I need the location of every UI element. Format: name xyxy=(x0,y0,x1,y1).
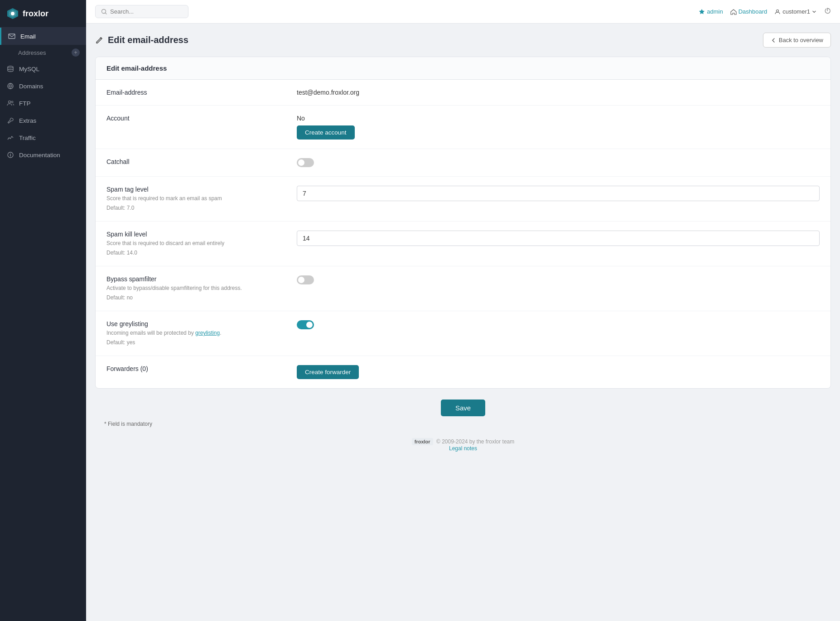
form-value-catchall[interactable] xyxy=(297,158,820,167)
back-button-label: Back to overview xyxy=(779,37,823,43)
sidebar-item-email[interactable]: Email xyxy=(0,28,86,45)
sidebar-item-label: Traffic xyxy=(19,135,36,141)
form-value-email: test@demo.froxlor.org xyxy=(297,89,820,96)
form-value-spam-tag[interactable] xyxy=(297,186,820,201)
form-label-bypass-spam: Bypass spamfilter Activate to bypass/dis… xyxy=(106,275,297,302)
form-value-bypass-spam[interactable] xyxy=(297,275,820,284)
svg-point-6 xyxy=(9,101,11,103)
users-icon xyxy=(6,99,14,107)
page-title-text: Edit email-address xyxy=(108,35,188,45)
dashboard-link[interactable]: Dashboard xyxy=(730,8,768,15)
sidebar-item-documentation[interactable]: Documentation xyxy=(0,146,86,164)
chevron-down-icon xyxy=(812,10,816,14)
form-row-spam-tag: Spam tag level Score that is required to… xyxy=(96,177,830,221)
email-icon xyxy=(8,32,16,40)
wrench-icon xyxy=(6,116,14,125)
pencil-icon xyxy=(95,36,103,44)
save-button[interactable]: Save xyxy=(441,400,485,416)
greylisting-desc-prefix: Incoming emails will be protected by xyxy=(106,330,195,336)
catchall-toggle[interactable] xyxy=(297,158,314,167)
svg-point-10 xyxy=(777,10,779,12)
svg-point-2 xyxy=(11,12,14,15)
sidebar: froxlor Email Addresses + MySQL Domains … xyxy=(0,0,86,621)
save-area: Save * Field is mandatory xyxy=(95,389,831,432)
form-value-greylisting[interactable] xyxy=(297,320,820,329)
sidebar-item-extras[interactable]: Extras xyxy=(0,112,86,129)
sidebar-item-ftp[interactable]: FTP xyxy=(0,95,86,112)
form-value-account: No Create account xyxy=(297,115,820,140)
form-label-forwarders: Forwarders (0) xyxy=(106,365,297,372)
form-value-spam-kill[interactable] xyxy=(297,231,820,246)
form-card-title: Edit email-address xyxy=(106,64,167,72)
sidebar-logo-text: froxlor xyxy=(23,9,48,19)
form-label-greylisting: Use greylisting Incoming emails will be … xyxy=(106,320,297,347)
greylisting-link[interactable]: greylisting xyxy=(195,330,220,336)
form-row-catchall: Catchall xyxy=(96,149,830,177)
add-address-button[interactable]: + xyxy=(72,48,80,57)
form-label-account: Account xyxy=(106,115,297,122)
greylisting-toggle[interactable] xyxy=(297,320,314,329)
sidebar-item-label: Extras xyxy=(19,117,36,124)
house-icon xyxy=(730,9,737,15)
bypass-spamfilter-toggle[interactable] xyxy=(297,275,314,284)
form-row-greylisting: Use greylisting Incoming emails will be … xyxy=(96,311,830,356)
sidebar-item-label: Documentation xyxy=(19,152,60,159)
edit-email-form-card: Edit email-address Email-address test@de… xyxy=(95,57,831,389)
power-icon xyxy=(824,7,831,14)
page-header: Edit email-address Back to overview xyxy=(95,33,831,48)
sidebar-item-label: FTP xyxy=(19,100,31,107)
froxlor-logo-icon xyxy=(6,7,19,20)
form-row-email: Email-address test@demo.froxlor.org xyxy=(96,80,830,106)
form-label-spam-tag: Spam tag level Score that is required to… xyxy=(106,186,297,212)
db-icon xyxy=(6,65,14,73)
topbar-right: admin Dashboard customer1 xyxy=(699,7,831,16)
sidebar-item-mysql[interactable]: MySQL xyxy=(0,60,86,77)
sidebar-item-label: Email xyxy=(20,33,36,40)
form-card-header: Edit email-address xyxy=(96,57,830,80)
addresses-label: Addresses xyxy=(18,49,46,56)
admin-link[interactable]: admin xyxy=(699,8,723,15)
content-area: Edit email-address Back to overview Edit… xyxy=(86,24,840,621)
footer: froxlor © 2009-2024 by the froxlor team … xyxy=(95,432,831,458)
spam-tag-level-input[interactable] xyxy=(297,186,820,201)
admin-label: admin xyxy=(707,8,723,15)
main-content: admin Dashboard customer1 xyxy=(86,0,840,621)
search-icon xyxy=(101,9,107,15)
search-input[interactable] xyxy=(110,8,183,15)
svg-rect-3 xyxy=(9,34,15,39)
svg-point-7 xyxy=(11,101,13,103)
user-icon xyxy=(774,9,781,15)
form-row-account: Account No Create account xyxy=(96,106,830,149)
form-label-spam-kill: Spam kill level Score that is required t… xyxy=(106,231,297,257)
sidebar-item-label: MySQL xyxy=(19,66,39,72)
mandatory-note: * Field is mandatory xyxy=(104,421,152,427)
create-forwarder-button[interactable]: Create forwarder xyxy=(297,365,359,379)
greylisting-slider xyxy=(297,320,314,329)
spam-kill-level-input[interactable] xyxy=(297,231,820,246)
sidebar-subitem-addresses[interactable]: Addresses + xyxy=(0,45,86,60)
form-row-spam-kill: Spam kill level Score that is required t… xyxy=(96,221,830,266)
sidebar-item-domains[interactable]: Domains xyxy=(0,77,86,95)
sidebar-logo: froxlor xyxy=(0,0,86,28)
footer-legal: Legal notes xyxy=(101,445,825,452)
user-menu[interactable]: customer1 xyxy=(774,8,816,15)
greylisting-desc-suffix: . xyxy=(220,330,221,336)
legal-notes-link[interactable]: Legal notes xyxy=(449,445,477,452)
sidebar-item-label: Domains xyxy=(19,83,43,90)
form-label-catchall: Catchall xyxy=(106,158,297,165)
form-row-forwarders: Forwarders (0) Create forwarder xyxy=(96,356,830,388)
svg-point-4 xyxy=(8,66,13,68)
chart-icon xyxy=(6,134,14,142)
search-box[interactable] xyxy=(95,5,188,18)
page-title: Edit email-address xyxy=(95,35,188,45)
sidebar-item-traffic[interactable]: Traffic xyxy=(0,129,86,146)
power-button[interactable] xyxy=(824,7,831,16)
admin-icon xyxy=(699,9,705,15)
topbar: admin Dashboard customer1 xyxy=(86,0,840,24)
form-value-forwarders[interactable]: Create forwarder xyxy=(297,365,820,379)
create-account-button[interactable]: Create account xyxy=(297,125,355,140)
topbar-left xyxy=(95,5,188,18)
catchall-slider xyxy=(297,158,314,167)
form-label-email: Email-address xyxy=(106,89,297,96)
back-to-overview-button[interactable]: Back to overview xyxy=(763,33,831,48)
